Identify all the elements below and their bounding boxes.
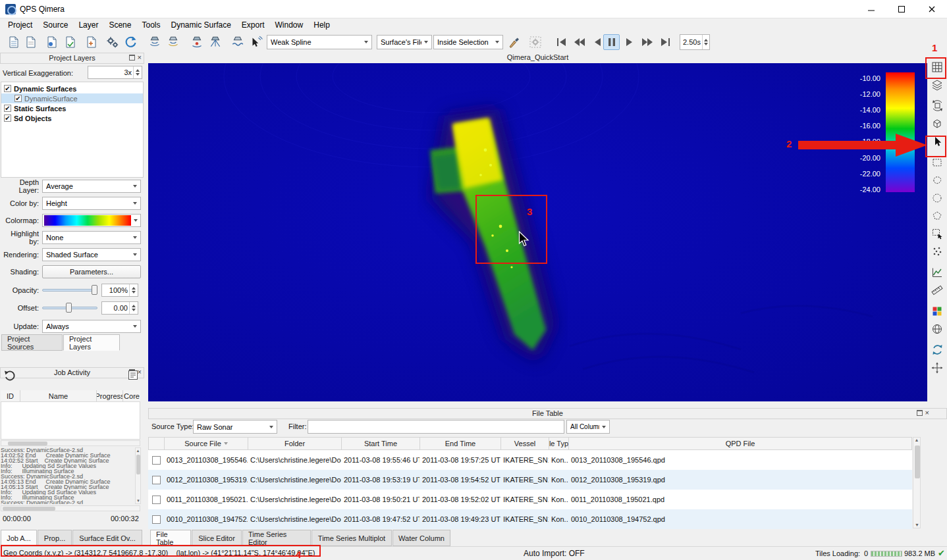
source-type-combo[interactable]: Raw Sonar <box>193 420 277 434</box>
float-panel-icon[interactable] <box>917 410 923 416</box>
rect-select-button[interactable] <box>928 153 946 171</box>
add-generic-file-button[interactable] <box>83 34 100 51</box>
menu-source[interactable]: Source <box>38 19 73 31</box>
track-pointer-button[interactable] <box>248 34 265 51</box>
lasso-select-button[interactable] <box>928 171 946 189</box>
sonar-tool-3-button[interactable] <box>188 34 205 51</box>
rotate-view-button[interactable] <box>928 97 946 115</box>
scene-canvas[interactable]: -10.00 -12.00 -14.00 -16.00 -18.00 -20.0… <box>148 63 927 401</box>
col-start-time[interactable]: Start Time <box>342 438 420 449</box>
spinner-arrows[interactable] <box>129 284 138 296</box>
perspective-button[interactable] <box>928 115 946 132</box>
zoom-select-button[interactable] <box>928 224 946 242</box>
profile-button[interactable] <box>928 263 946 281</box>
grid-view-button[interactable] <box>928 58 946 76</box>
processing-settings-button[interactable] <box>104 34 121 51</box>
col-file-type[interactable]: le Typ <box>549 438 569 449</box>
job-log-vscrollbar[interactable]: ▲▼ <box>135 447 141 504</box>
add-processed-file-button[interactable] <box>62 34 79 51</box>
menu-help[interactable]: Help <box>308 19 335 31</box>
slider-handle[interactable] <box>66 303 72 313</box>
all-columns-combo[interactable]: All Columns <box>566 420 610 434</box>
skip-end-button[interactable] <box>657 34 673 50</box>
skip-start-button[interactable] <box>553 34 570 50</box>
tree-item-dynamic-surfaces[interactable]: ✔ Dynamic Surfaces <box>1 84 143 93</box>
close-button[interactable] <box>917 0 947 18</box>
play-button[interactable] <box>621 34 637 50</box>
offset-slider[interactable] <box>41 301 100 315</box>
pause-button[interactable] <box>603 34 620 50</box>
menu-tools[interactable]: Tools <box>136 19 165 31</box>
transform-button[interactable] <box>928 359 946 376</box>
minimize-button[interactable] <box>856 0 886 18</box>
opacity-slider[interactable] <box>41 284 100 297</box>
colormap-combo[interactable] <box>42 214 141 227</box>
tab-time-series-multiplot[interactable]: Time Series Multiplot <box>311 530 392 546</box>
fast-forward-button[interactable] <box>639 34 655 50</box>
job-log-button[interactable] <box>128 370 138 382</box>
close-panel-icon[interactable]: × <box>138 55 142 61</box>
tab-file-table[interactable]: File Table <box>150 530 191 546</box>
add-raw-sonar-button[interactable] <box>43 34 61 51</box>
tab-water-column[interactable]: Water Column <box>392 530 450 546</box>
close-panel-icon[interactable]: × <box>925 410 929 416</box>
checkbox-checked-icon[interactable]: ✔ <box>14 95 22 102</box>
colormap-button[interactable] <box>928 302 946 320</box>
update-combo[interactable]: Always <box>42 320 141 333</box>
table-row[interactable]: 0011_20110308_195021.all C:\Users\christ… <box>148 490 912 509</box>
tab-slice-editor[interactable]: Slice Editor <box>192 530 242 546</box>
table-row[interactable]: 0012_20110308_195319.all C:\Users\christ… <box>148 470 912 490</box>
row-checkbox[interactable] <box>152 496 161 504</box>
col-end-time[interactable]: End Time <box>420 438 501 449</box>
tab-project-sources[interactable]: Project Sources <box>1 334 63 351</box>
slider-handle[interactable] <box>92 285 97 295</box>
menu-layer[interactable]: Layer <box>73 19 103 31</box>
rendering-combo[interactable]: Shaded Surface <box>42 248 141 261</box>
checkbox-checked-icon[interactable]: ✔ <box>4 85 11 92</box>
surface-grid-button[interactable] <box>928 320 946 338</box>
sync-views-button[interactable] <box>928 341 946 359</box>
row-checkbox[interactable] <box>152 515 161 524</box>
col-progress[interactable]: Progress <box>97 390 123 401</box>
tab-project-layers[interactable]: Project Layers <box>63 334 120 351</box>
sonar-tool-2-button[interactable] <box>165 34 182 51</box>
float-panel-icon[interactable] <box>129 55 135 61</box>
col-qpd-file[interactable]: QPD File <box>569 438 911 449</box>
measure-button[interactable] <box>928 281 946 299</box>
tab-surface-edit-overview[interactable]: Surface Edit Ov... <box>72 530 142 546</box>
depth-layer-combo[interactable]: Average <box>42 180 141 193</box>
shading-parameters-button[interactable]: Parameters... <box>42 265 141 278</box>
menu-dynamic-surface[interactable]: Dynamic Surface <box>165 19 236 31</box>
row-checkbox[interactable] <box>152 456 161 465</box>
polygon-select-button[interactable] <box>928 207 946 224</box>
menu-export[interactable]: Export <box>236 19 270 31</box>
tab-properties[interactable]: Prop... <box>38 530 72 546</box>
col-id[interactable]: ID <box>1 390 20 401</box>
menu-window[interactable]: Window <box>270 19 309 31</box>
col-core[interactable]: Core <box>123 390 140 401</box>
spinner-arrows[interactable] <box>129 302 138 314</box>
col-name[interactable]: Name <box>20 390 97 401</box>
row-checkbox[interactable] <box>152 476 161 484</box>
offset-spinner[interactable]: 0.00 <box>101 301 138 315</box>
selection-scope-combo[interactable]: Inside Selection <box>433 35 503 49</box>
color-by-combo[interactable]: Height <box>42 197 141 210</box>
interval-spinner[interactable]: 2.50s <box>680 34 710 50</box>
layers-button[interactable] <box>928 76 946 93</box>
col-source-file[interactable]: Source File <box>165 438 248 449</box>
job-undo-button[interactable] <box>4 370 16 384</box>
col-folder[interactable]: Folder <box>248 438 342 449</box>
menu-project[interactable]: Project <box>3 19 38 31</box>
menu-scene[interactable]: Scene <box>103 19 136 31</box>
tab-time-series-editor[interactable]: Time Series Editor <box>242 530 311 546</box>
spinner-arrows[interactable] <box>702 35 709 49</box>
maximize-button[interactable] <box>886 0 917 18</box>
vertical-exaggeration-spinner[interactable]: 3x <box>88 66 142 79</box>
reprocess-button[interactable] <box>122 34 140 51</box>
select-pointer-button[interactable] <box>928 132 946 150</box>
table-row[interactable]: 0013_20110308_195546.all C:\Users\christ… <box>148 450 912 470</box>
fast-rewind-button[interactable] <box>571 34 587 50</box>
tree-item-static-surfaces[interactable]: ✔ Static Surfaces <box>1 103 143 113</box>
checkbox-checked-icon[interactable]: ✔ <box>4 105 11 112</box>
interpolation-combo[interactable]: Weak Spline <box>267 35 372 49</box>
